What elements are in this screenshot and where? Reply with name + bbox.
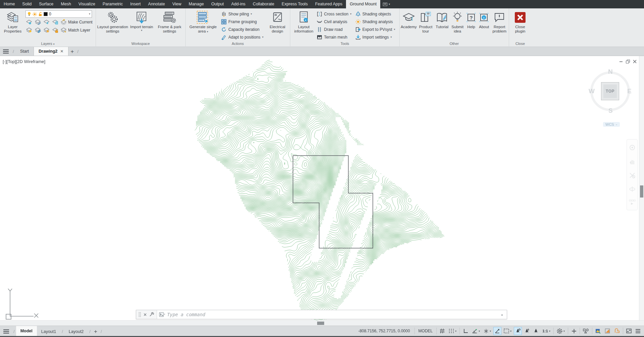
- navigation-bar[interactable]: [627, 139, 638, 210]
- new-drawing-button[interactable]: +: [68, 49, 76, 54]
- object-snap-toggle[interactable]: [514, 327, 522, 335]
- layer-properties-button[interactable]: Layer Properties: [3, 9, 23, 34]
- tab-home[interactable]: Home: [0, 0, 18, 8]
- horizontal-scrollbar-thumb[interactable]: [317, 322, 324, 325]
- tab-visualize[interactable]: Visualize: [75, 0, 99, 8]
- layer-off-button[interactable]: [26, 19, 32, 25]
- electrical-design-button[interactable]: Electrical design: [267, 9, 288, 34]
- command-line[interactable]: ✕ Type a command ▲: [136, 310, 507, 319]
- command-expand-icon[interactable]: ▲: [501, 313, 505, 316]
- civil-analysis-button[interactable]: Civil analysis: [317, 18, 354, 25]
- viewport-controls-label[interactable]: [-][Top][2D Wireframe]: [3, 59, 45, 64]
- match-layer-button[interactable]: Match Layer: [60, 27, 90, 33]
- panel-label-layers[interactable]: Layers ▾: [0, 41, 96, 47]
- command-input[interactable]: Type a command ▲: [157, 310, 507, 319]
- layout-tab-layout1[interactable]: Layout1: [37, 326, 60, 337]
- layout-tabs-menu-icon[interactable]: [0, 326, 12, 337]
- isolate-objects-button[interactable]: [582, 327, 590, 335]
- tab-solid[interactable]: Solid: [18, 0, 35, 8]
- tab-parametric[interactable]: Parametric: [99, 0, 127, 8]
- object-snap-tracking-toggle[interactable]: [493, 327, 501, 335]
- terrain-mesh-button[interactable]: Terrain mesh: [317, 33, 354, 41]
- command-tools-wrench-icon[interactable]: [149, 312, 154, 317]
- submit-idea-button[interactable]: Submit idea: [450, 9, 465, 34]
- viewcube[interactable]: N W E S TOP: [588, 69, 632, 116]
- frame-park-settings-button[interactable]: Frame & park settings: [155, 9, 184, 34]
- viewport-close-icon[interactable]: [633, 60, 637, 63]
- file-tab-drawing2[interactable]: Drawing2 ✕: [34, 47, 68, 56]
- viewcube-east[interactable]: E: [627, 88, 632, 95]
- model-space-toggle[interactable]: MODEL: [416, 329, 435, 333]
- tutorial-button[interactable]: Tutorial: [434, 9, 450, 29]
- layer-select[interactable]: 0 ▾: [26, 10, 92, 18]
- polar-tracking-toggle[interactable]: ▾: [470, 327, 481, 335]
- tab-view[interactable]: View: [168, 0, 185, 8]
- tab-insert[interactable]: Insert: [127, 0, 144, 8]
- layer-isolate-button[interactable]: [34, 19, 41, 25]
- isometric-drafting-toggle[interactable]: ▾: [482, 327, 492, 335]
- cross-section-button[interactable]: Cross section▾: [317, 10, 354, 18]
- capacity-iteration-button[interactable]: Capacity iteration: [221, 25, 264, 33]
- snap-mode-toggle[interactable]: ▾: [447, 327, 458, 335]
- viewcube-west[interactable]: W: [589, 88, 595, 95]
- viewcube-south[interactable]: S: [608, 107, 613, 114]
- layout-information-button[interactable]: Layout information: [291, 9, 316, 34]
- layer-unisolate-button[interactable]: [34, 27, 41, 34]
- command-grip-handle[interactable]: [139, 312, 141, 317]
- report-problem-button[interactable]: Report problem: [491, 9, 508, 34]
- vertical-scrollbar-thumb[interactable]: [640, 185, 643, 198]
- layer-lock-button[interactable]: [52, 19, 58, 25]
- orbit-icon[interactable]: [629, 186, 636, 192]
- show-motion-icon[interactable]: [629, 200, 636, 205]
- tab-annotate[interactable]: Annotate: [144, 0, 168, 8]
- selection-cycling-toggle[interactable]: ▾: [502, 327, 513, 335]
- adapt-to-positions-button[interactable]: Adapt to positions▾: [221, 33, 264, 41]
- layout-tab-layout2[interactable]: Layout2: [64, 326, 88, 337]
- zoom-extents-icon[interactable]: [629, 172, 636, 179]
- tab-manage[interactable]: Manage: [185, 0, 207, 8]
- layer-freeze-button[interactable]: [43, 19, 50, 25]
- drawing-canvas[interactable]: [0, 56, 644, 326]
- file-tab-start[interactable]: Start: [15, 47, 34, 56]
- vertical-scrollbar[interactable]: [639, 56, 644, 320]
- customization-menu-button[interactable]: [634, 327, 642, 335]
- tab-featured-apps[interactable]: Featured Apps: [311, 0, 346, 8]
- viewport-minimize-icon[interactable]: [619, 60, 623, 63]
- viewcube-north[interactable]: N: [608, 68, 613, 75]
- clean-screen-button[interactable]: [625, 327, 633, 335]
- tab-surface[interactable]: Surface: [35, 0, 57, 8]
- graphics-performance-button[interactable]: [594, 327, 602, 335]
- about-button[interactable]: About: [478, 9, 490, 29]
- product-tour-button[interactable]: Product tour: [417, 9, 434, 34]
- export-layout-button[interactable]: [613, 327, 621, 335]
- viewport-restore-icon[interactable]: [626, 60, 630, 63]
- import-settings-button[interactable]: Import settings▾: [355, 33, 398, 41]
- file-tabs-menu-icon[interactable]: [0, 47, 11, 56]
- help-button[interactable]: ? Help: [465, 9, 477, 29]
- make-current-button[interactable]: Make Current: [60, 19, 93, 25]
- annotation-visibility-toggle[interactable]: [523, 327, 531, 335]
- tab-ground-mount[interactable]: Ground Mount: [346, 0, 380, 8]
- ribbon-display-toggle[interactable]: ▾: [380, 0, 393, 8]
- layer-on-button[interactable]: [26, 27, 32, 34]
- frame-grouping-button[interactable]: Frame grouping: [221, 18, 264, 25]
- annotation-scale-button[interactable]: 1:1▾: [541, 327, 552, 335]
- layout-tab-model[interactable]: Model: [16, 326, 37, 336]
- tab-mesh[interactable]: Mesh: [57, 0, 75, 8]
- close-tab-icon[interactable]: ✕: [60, 49, 63, 54]
- clean-screen-placeholder-button[interactable]: [603, 327, 612, 335]
- shading-objects-button[interactable]: Shading objects: [355, 10, 398, 18]
- draw-road-button[interactable]: Draw road: [317, 25, 354, 33]
- close-plugin-button[interactable]: Close plugin: [511, 9, 530, 34]
- show-piling-button[interactable]: Show piling▾: [221, 10, 264, 18]
- ortho-toggle[interactable]: [461, 327, 469, 335]
- tab-express-tools[interactable]: Express Tools: [278, 0, 311, 8]
- command-close-icon[interactable]: ✕: [143, 313, 147, 317]
- horizontal-scrollbar[interactable]: [0, 320, 644, 326]
- command-prompt-icon[interactable]: [159, 312, 165, 317]
- new-layout-button[interactable]: +: [92, 329, 99, 334]
- layer-unlock-button[interactable]: [52, 27, 58, 34]
- import-terrain-button[interactable]: Import terrain ▾: [129, 9, 154, 32]
- grid-toggle[interactable]: [438, 327, 446, 335]
- annotation-autoscale-toggle[interactable]: [532, 327, 540, 335]
